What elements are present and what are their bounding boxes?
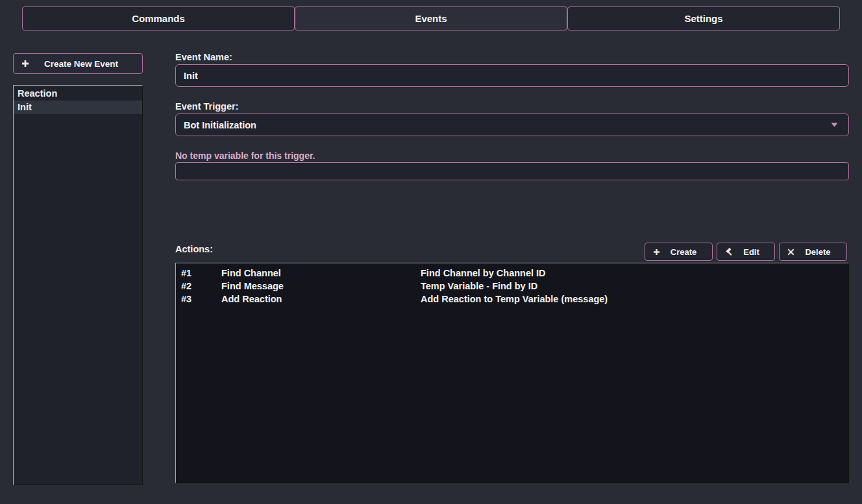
create-new-event-button[interactable]: Create New Event xyxy=(13,53,143,74)
event-trigger-label: Event Trigger: xyxy=(175,101,239,112)
actions-label: Actions: xyxy=(175,244,213,254)
action-delete-label: Delete xyxy=(794,247,841,257)
action-description: Find Channel by Channel ID xyxy=(421,267,848,280)
actions-list: #1 Find Channel Find Channel by Channel … xyxy=(175,263,849,483)
event-name-input[interactable] xyxy=(175,64,849,87)
action-name: Find Channel xyxy=(221,267,421,280)
hammer-icon xyxy=(725,248,733,256)
event-list-item-init[interactable]: Init xyxy=(14,101,142,114)
tab-events[interactable]: Events xyxy=(295,6,567,30)
action-number: #1 xyxy=(176,267,221,280)
action-edit-button[interactable]: Edit xyxy=(717,243,775,261)
tab-events-label: Events xyxy=(415,13,447,24)
event-name-label: Event Name: xyxy=(175,52,232,62)
action-delete-button[interactable]: Delete xyxy=(779,243,847,261)
temp-variable-input[interactable] xyxy=(175,162,849,180)
event-list: Reaction Init xyxy=(13,85,143,485)
action-edit-label: Edit xyxy=(733,247,769,257)
plus-icon xyxy=(21,60,29,67)
tab-commands[interactable]: Commands xyxy=(22,6,295,30)
action-number: #2 xyxy=(176,280,221,293)
action-create-label: Create xyxy=(660,247,707,257)
tab-settings-label: Settings xyxy=(684,13,722,24)
action-name: Add Reaction xyxy=(221,293,421,306)
event-item-label: Reaction xyxy=(18,88,57,99)
tab-settings[interactable]: Settings xyxy=(567,6,840,30)
action-row-1[interactable]: #1 Find Channel Find Channel by Channel … xyxy=(176,267,848,280)
action-description: Temp Variable - Find by ID xyxy=(421,280,848,293)
action-row-2[interactable]: #2 Find Message Temp Variable - Find by … xyxy=(176,280,848,293)
plus-icon xyxy=(653,248,660,256)
app-window: Commands Events Settings Create New Even… xyxy=(0,0,862,504)
event-item-label: Init xyxy=(18,102,32,112)
event-trigger-select[interactable]: Bot Initialization xyxy=(175,114,849,136)
action-create-button[interactable]: Create xyxy=(645,243,713,261)
action-name: Find Message xyxy=(221,280,421,293)
action-number: #3 xyxy=(176,293,221,306)
chevron-down-icon xyxy=(831,123,838,127)
action-description: Add Reaction to Temp Variable (message) xyxy=(421,293,848,306)
close-icon xyxy=(787,248,794,256)
tab-commands-label: Commands xyxy=(132,13,185,24)
event-list-item-reaction[interactable]: Reaction xyxy=(14,87,142,101)
temp-variable-note: No temp variable for this trigger. xyxy=(175,150,315,161)
create-new-event-label: Create New Event xyxy=(29,59,133,69)
event-trigger-value: Bot Initialization xyxy=(184,120,831,130)
action-row-3[interactable]: #3 Add Reaction Add Reaction to Temp Var… xyxy=(176,293,848,306)
